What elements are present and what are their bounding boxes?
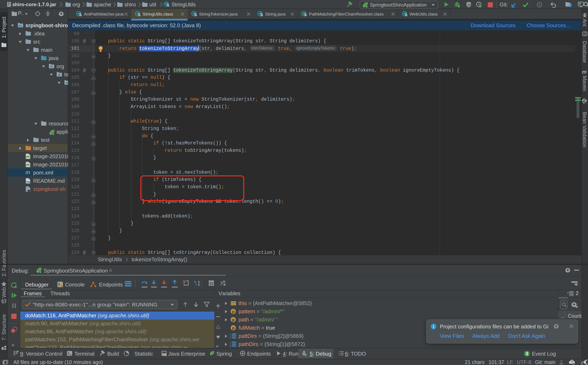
svg-text:EE: EE [164,354,167,356]
svg-text:p: p [232,309,234,314]
svg-text:p: p [232,317,234,322]
svg-text:1: 1 [230,342,231,344]
svg-text:3: 3 [230,337,231,339]
svg-text:3: 3 [230,345,231,347]
svg-text:p: p [232,326,234,330]
svg-text:1: 1 [230,333,231,336]
svg-text:?: ? [571,360,573,364]
